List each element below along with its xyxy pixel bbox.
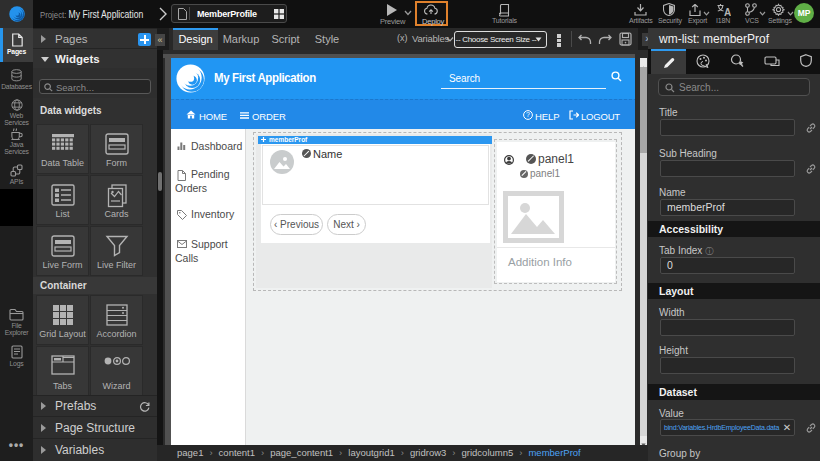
svg-text:?: ? — [526, 111, 530, 118]
svg-text:A: A — [724, 7, 731, 17]
